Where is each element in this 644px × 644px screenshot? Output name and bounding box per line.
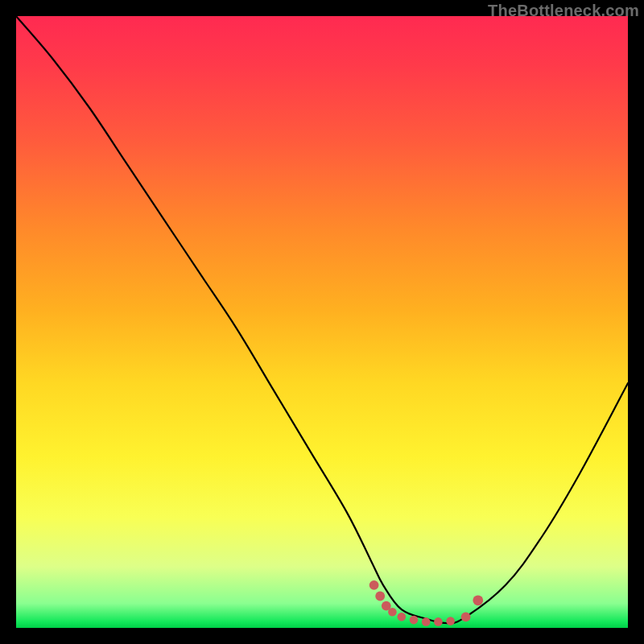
curve-marker — [375, 592, 385, 601]
watermark-text: TheBottleneck.com — [488, 2, 639, 20]
curve-marker — [422, 617, 431, 626]
curve-marker — [388, 608, 397, 617]
bottleneck-curve — [16, 16, 628, 628]
watermark-label: TheBottleneck.com — [488, 2, 639, 19]
curve-marker — [382, 601, 391, 611]
chart-container: TheBottleneck.com — [0, 0, 644, 644]
curve-marker — [473, 595, 483, 605]
curve-marker — [434, 617, 443, 626]
curve-marker — [410, 616, 419, 625]
curve-marker — [369, 580, 379, 590]
curve-marker — [461, 612, 471, 621]
plot-area — [16, 16, 628, 628]
curve-marker — [398, 613, 407, 621]
curve-marker — [446, 617, 455, 625]
